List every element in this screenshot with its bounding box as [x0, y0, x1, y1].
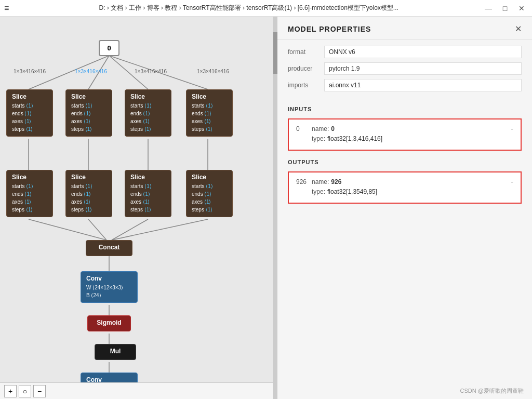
output-type-value: float32[1,3549,85] [327, 188, 377, 195]
root-node[interactable]: 0 [99, 40, 119, 56]
dim-label-4: 1×3×416×416 [190, 69, 236, 74]
input-index: 0 [296, 125, 312, 132]
props-close-button[interactable]: ✕ [515, 24, 522, 34]
slice-r2c1[interactable]: Slice starts ⟨1⟩ ends ⟨1⟩ axes ⟨1⟩ steps… [6, 170, 53, 217]
mul-node[interactable]: Mul [95, 344, 136, 360]
titlebar: ≡ D: › 文档 › 工作 › 博客 › 教程 › TensorRT高性能部署… [0, 0, 532, 17]
main-area: 0 1×3×416×416 1×3×416×416 1×3×416×416 1×… [0, 17, 532, 399]
slice-r1c1[interactable]: Slice starts ⟨1⟩ ends ⟨1⟩ axes ⟨1⟩ steps… [6, 89, 53, 137]
format-row: format ONNX v6 [288, 46, 522, 58]
svg-line-8 [29, 219, 107, 240]
producer-value: pytorch 1.9 [324, 62, 522, 75]
input-name-label: name: [312, 125, 329, 132]
svg-line-11 [112, 219, 208, 240]
slice-r2c2[interactable]: Slice starts ⟨1⟩ ends ⟨1⟩ axes ⟨1⟩ steps… [65, 170, 112, 217]
output-index: 926 [296, 178, 312, 185]
conv1-node[interactable]: Conv W ⟨24×12×3×3⟩ B ⟨24⟩ [81, 271, 138, 303]
zoom-reset-button[interactable]: ○ [19, 385, 31, 397]
watermark: CSDN @爱听歌的周童鞋 [460, 387, 524, 395]
input-type-row: type: float32[1,3,416,416] [296, 135, 513, 142]
slice-r1c4[interactable]: Slice starts ⟨1⟩ ends ⟨1⟩ axes ⟨1⟩ steps… [186, 89, 233, 137]
dim-label-2: 1×3×416×416 [68, 69, 114, 74]
output-name-label: name: [312, 178, 329, 185]
graph-content: 0 1×3×416×416 1×3×416×416 1×3×416×416 1×… [0, 17, 270, 399]
imports-label: imports [288, 82, 324, 89]
minimize-button[interactable]: — [482, 2, 495, 15]
imports-row: imports ai.onnx v11 [288, 79, 522, 91]
dim-label-3: 1×3×416×416 [127, 69, 174, 74]
properties-panel: MODEL PROPERTIES ✕ format ONNX v6 produc… [277, 17, 532, 399]
input-name-value: 0 [331, 125, 335, 132]
svg-line-9 [88, 219, 107, 240]
graph-toolbar: + ○ − [0, 382, 273, 399]
output-name-row: 926 name: 926 - [296, 178, 513, 186]
slice-r1c2[interactable]: Slice starts ⟨1⟩ ends ⟨1⟩ axes ⟨1⟩ steps… [65, 89, 112, 137]
close-button[interactable]: ✕ [515, 2, 528, 15]
producer-label: producer [288, 65, 324, 72]
slice-r2c3[interactable]: Slice starts ⟨1⟩ ends ⟨1⟩ axes ⟨1⟩ steps… [125, 170, 171, 217]
output-name-value: 926 [331, 178, 341, 185]
zoom-in-button[interactable]: + [4, 385, 17, 397]
window-controls: — □ ✕ [482, 2, 528, 15]
sigmoid-node[interactable]: Sigmoid [87, 315, 131, 331]
input-type-value: float32[1,3,416,416] [327, 135, 382, 142]
maximize-button[interactable]: □ [499, 2, 511, 15]
imports-value: ai.onnx v11 [324, 79, 522, 91]
props-title: MODEL PROPERTIES [288, 25, 371, 33]
output-dash: - [511, 178, 513, 186]
input-dash: - [511, 125, 513, 133]
producer-row: producer pytorch 1.9 [288, 62, 522, 75]
input-card[interactable]: 0 name: 0 - type: float32[1,3,416,416] [288, 118, 522, 151]
outputs-heading: OUTPUTS [277, 155, 532, 167]
output-card[interactable]: 926 name: 926 - type: float32[1,3549,85] [288, 171, 522, 204]
output-type-label: type: [296, 188, 325, 195]
scrollbar-thumb[interactable] [273, 32, 277, 74]
props-section-meta: format ONNX v6 producer pytorch 1.9 impo… [277, 39, 532, 102]
window-title: D: › 文档 › 工作 › 博客 › 教程 › TensorRT高性能部署 ›… [15, 4, 482, 12]
inputs-heading: INPUTS [277, 102, 532, 114]
props-header: MODEL PROPERTIES ✕ [277, 17, 532, 39]
dim-label-1: 1×3×416×416 [6, 69, 53, 74]
divider-scrollbar [273, 17, 277, 399]
input-type-label: type: [296, 135, 325, 142]
slice-r1c3[interactable]: Slice starts ⟨1⟩ ends ⟨1⟩ axes ⟨1⟩ steps… [125, 89, 171, 137]
format-label: format [288, 48, 324, 56]
format-value: ONNX v6 [324, 46, 522, 58]
slice-r2c4[interactable]: Slice starts ⟨1⟩ ends ⟨1⟩ axes ⟨1⟩ steps… [186, 170, 233, 217]
svg-line-10 [112, 219, 148, 240]
concat-node[interactable]: Concat [86, 240, 132, 256]
menu-icon[interactable]: ≡ [4, 4, 9, 13]
input-name-row: 0 name: 0 - [296, 125, 513, 133]
output-type-row: type: float32[1,3549,85] [296, 188, 513, 195]
zoom-out-button[interactable]: − [33, 385, 46, 397]
graph-panel[interactable]: 0 1×3×416×416 1×3×416×416 1×3×416×416 1×… [0, 17, 273, 399]
